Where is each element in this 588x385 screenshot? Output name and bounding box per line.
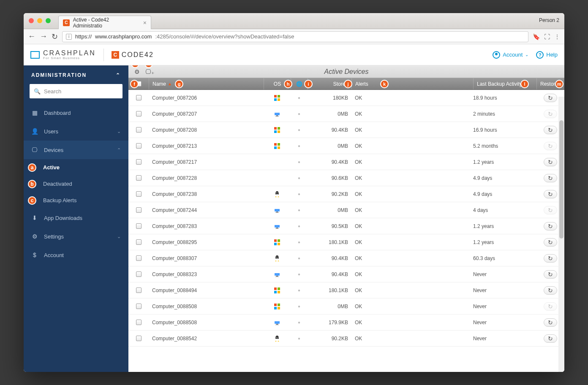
row-checkbox[interactable] — [136, 287, 142, 293]
annotation-k: k — [380, 80, 389, 88]
row-checkbox[interactable] — [136, 271, 142, 277]
search-input[interactable]: 🔍 Search — [30, 84, 122, 98]
device-name[interactable]: Computer_0087208 — [149, 127, 264, 133]
table-row[interactable]: Computer_0087206●180KBOK18.9 hours↻ — [128, 90, 564, 106]
minimize-window-icon[interactable] — [37, 18, 42, 23]
sidebar-item-users[interactable]: 👤 Users ⌄ — [24, 122, 128, 141]
restore-button[interactable]: ↻ — [544, 286, 557, 295]
restore-button[interactable]: ↻ — [544, 158, 557, 166]
table-row[interactable]: Computer_0088508●179.9KBOKNever↻ — [128, 315, 564, 331]
restore-button[interactable]: ↻ — [544, 222, 557, 230]
address-input[interactable]: i https://www.crashplanpro.com:4285/cons… — [62, 31, 528, 42]
close-window-icon[interactable] — [29, 18, 34, 23]
window-controls — [24, 13, 56, 23]
gear-icon[interactable]: ⚙ — [132, 68, 142, 76]
row-checkbox[interactable] — [136, 159, 142, 165]
device-name[interactable]: Computer_0088508 — [149, 304, 264, 309]
row-checkbox[interactable] — [136, 320, 142, 325]
sidebar-item-account[interactable]: $ Account — [24, 246, 128, 264]
restore-button[interactable]: ↻ — [544, 254, 557, 263]
scrollbar[interactable] — [558, 97, 564, 372]
device-name[interactable]: Computer_0087238 — [149, 191, 264, 197]
restore-button[interactable]: ↻ — [544, 334, 557, 343]
row-checkbox[interactable] — [136, 304, 142, 309]
sidebar-item-dashboard[interactable]: ▦ Dashboard — [24, 103, 128, 122]
row-checkbox[interactable] — [136, 191, 142, 197]
device-name[interactable]: Computer_0088295 — [149, 239, 264, 245]
row-checkbox[interactable] — [136, 336, 142, 341]
forward-icon[interactable]: → — [40, 32, 47, 41]
table-row[interactable]: Computer_0088542●90.2KBOKNever↻ — [128, 331, 564, 347]
col-name[interactable]: Name▲ — [149, 78, 264, 89]
help-link[interactable]: ? Help — [536, 51, 558, 59]
fullscreen-icon[interactable]: ⛶ — [544, 33, 550, 40]
reload-icon[interactable]: ↻ — [52, 32, 58, 41]
row-checkbox[interactable] — [136, 223, 142, 229]
table-row[interactable]: Computer_0087283●90.5KBOK1.2 years↻ — [128, 218, 564, 234]
device-name[interactable]: Computer_0088323 — [149, 271, 264, 277]
content-area: d e ⚙ 🖵₊ Active Devices f g h i j k l m … — [128, 65, 564, 372]
device-name[interactable]: Computer_0087217 — [149, 159, 264, 165]
sidebar-heading[interactable]: ADMINISTRATION ⌃ — [24, 72, 128, 84]
url-protocol: https:// — [75, 33, 92, 40]
device-name[interactable]: Computer_0088494 — [149, 287, 264, 293]
restore-button[interactable]: ↻ — [544, 318, 557, 327]
row-checkbox[interactable] — [136, 111, 142, 117]
bookmark-icon[interactable]: 🔖 — [533, 33, 540, 40]
device-name[interactable]: Computer_0087244 — [149, 207, 264, 213]
restore-button[interactable]: ↻ — [544, 174, 557, 182]
sidebar-title: ADMINISTRATION — [31, 72, 87, 78]
maximize-window-icon[interactable] — [46, 18, 51, 23]
device-name[interactable]: Computer_0087228 — [149, 175, 264, 181]
table-body[interactable]: Computer_0087206●180KBOK18.9 hours↻Compu… — [128, 90, 564, 372]
browser-tab[interactable]: C Active - Code42 Administratio × — [58, 16, 151, 29]
device-name[interactable]: Computer_0087207 — [149, 111, 264, 117]
device-name[interactable]: Computer_0087213 — [149, 143, 264, 149]
row-checkbox[interactable] — [136, 255, 142, 261]
scroll-thumb[interactable] — [559, 120, 564, 239]
tab-close-icon[interactable]: × — [143, 19, 147, 26]
row-checkbox[interactable] — [136, 239, 142, 245]
remote-cell: ● — [291, 240, 308, 244]
table-row[interactable]: Computer_0087244●0MBOK4 days↻ — [128, 202, 564, 218]
restore-button[interactable]: ↻ — [544, 238, 557, 247]
table-row[interactable]: Computer_0088307●90.4KBOK60.3 days↻ — [128, 250, 564, 266]
sidebar-item-app-downloads[interactable]: ⬇ App Downloads — [24, 209, 128, 227]
restore-button[interactable]: ↻ — [544, 94, 557, 102]
table-row[interactable]: Computer_0087217●90.4KBOK1.2 years↻ — [128, 154, 564, 170]
table-row[interactable]: Computer_0087208●90.4KBOK16.9 hours↻ — [128, 122, 564, 138]
back-icon[interactable]: ← — [28, 32, 35, 41]
table-row[interactable]: Computer_0088323●90.4KBOKNever↻ — [128, 266, 564, 282]
device-name[interactable]: Computer_0087283 — [149, 223, 264, 229]
table-row[interactable]: Computer_0088508●0MBOKNever↻ — [128, 298, 564, 315]
table-row[interactable]: Computer_0087213●0MBOK5.2 months↻ — [128, 138, 564, 154]
restore-button[interactable]: ↻ — [544, 190, 557, 198]
table-row[interactable]: Computer_0087228●90.6KBOK4.9 days↻ — [128, 170, 564, 186]
sidebar-item-devices[interactable]: 🖵 Devices ⌃ — [24, 141, 128, 159]
device-name[interactable]: Computer_0088542 — [149, 336, 264, 342]
row-checkbox[interactable] — [136, 95, 142, 100]
device-name[interactable]: Computer_0088307 — [149, 255, 264, 261]
table-row[interactable]: Computer_0087238●90.2KBOK4.9 days↻ — [128, 186, 564, 202]
restore-button[interactable]: ↻ — [544, 270, 557, 279]
sidebar-subitem-deactivated[interactable]: b Deactivated — [24, 176, 128, 192]
backup-cell: 60.3 days — [473, 255, 536, 261]
table-row[interactable]: Computer_0088295●180.1KBOK1.2 years↻ — [128, 234, 564, 250]
help-icon: ? — [536, 51, 544, 59]
sidebar-subitem-active[interactable]: a Active — [24, 159, 128, 176]
row-checkbox[interactable] — [136, 207, 142, 213]
row-checkbox[interactable] — [136, 127, 142, 133]
table-row[interactable]: Computer_0087207●0MBOK2 minutes↻ — [128, 106, 564, 122]
profile-label[interactable]: Person 2 — [539, 17, 559, 23]
sidebar-item-settings[interactable]: ⚙ Settings ⌄ — [24, 227, 128, 246]
menu-icon[interactable]: ⋮ — [554, 33, 560, 40]
add-device-icon[interactable]: 🖵₊ — [144, 68, 155, 76]
device-name[interactable]: Computer_0088508 — [149, 320, 264, 325]
account-menu[interactable]: Account ⌄ — [493, 51, 528, 59]
sidebar-subitem-backup-alerts[interactable]: c Backup Alerts — [24, 192, 128, 209]
row-checkbox[interactable] — [136, 143, 142, 149]
device-name[interactable]: Computer_0087206 — [149, 95, 264, 101]
restore-button[interactable]: ↻ — [544, 126, 557, 134]
table-row[interactable]: Computer_0088494●180.1KBOKNever↻ — [128, 282, 564, 298]
row-checkbox[interactable] — [136, 175, 142, 181]
